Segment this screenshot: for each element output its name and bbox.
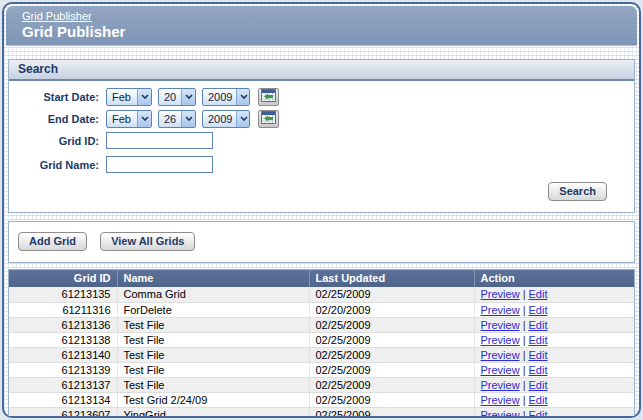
edit-link[interactable]: Edit [528, 349, 547, 361]
action-cell: Preview|Edit [474, 287, 634, 302]
preview-link[interactable]: Preview [481, 334, 520, 346]
edit-link[interactable]: Edit [528, 304, 547, 316]
grid-name-cell: Test Grid 2/24/09 [117, 392, 309, 407]
preview-link[interactable]: Preview [481, 349, 520, 361]
last-updated-cell: 02/25/2009 [309, 377, 474, 392]
end-date-row: End Date: Feb 26 2009 [9, 110, 634, 128]
search-form: Start Date: Feb 20 2009 [9, 81, 634, 212]
chevron-down-icon [236, 111, 250, 127]
page-title: Grid Publisher [22, 23, 621, 40]
start-date-calendar-button[interactable] [258, 88, 279, 106]
action-cell: Preview|Edit [474, 332, 634, 347]
link-separator: | [523, 379, 526, 391]
column-header-action: Action [474, 270, 634, 287]
search-button[interactable]: Search [548, 182, 607, 201]
grid-id-cell: 61213137 [9, 377, 117, 392]
link-separator: | [523, 304, 526, 316]
preview-link[interactable]: Preview [481, 409, 520, 419]
end-month-select[interactable]: Feb [106, 110, 152, 128]
preview-link[interactable]: Preview [481, 288, 520, 300]
chevron-down-icon [236, 89, 250, 105]
last-updated-cell: 02/25/2009 [309, 332, 474, 347]
column-header-name: Name [117, 270, 309, 287]
action-cell: Preview|Edit [474, 302, 634, 317]
grid-name-cell: Comma Grid [117, 287, 309, 302]
grid-name-label: Grid Name: [9, 159, 106, 171]
start-date-label: Start Date: [9, 91, 106, 103]
preview-link[interactable]: Preview [481, 379, 520, 391]
grid-name-cell: Test File [117, 317, 309, 332]
start-year-select[interactable]: 2009 [202, 88, 250, 106]
action-cell: Preview|Edit [474, 362, 634, 377]
edit-link[interactable]: Edit [528, 334, 547, 346]
column-header-grid-id: Grid ID [9, 270, 117, 287]
start-month-select[interactable]: Feb [106, 88, 152, 106]
edit-link[interactable]: Edit [528, 319, 547, 331]
chevron-down-icon [137, 111, 151, 127]
link-separator: | [523, 364, 526, 376]
link-separator: | [523, 319, 526, 331]
action-cell: Preview|Edit [474, 347, 634, 362]
edit-link[interactable]: Edit [528, 409, 547, 419]
action-cell: Preview|Edit [474, 377, 634, 392]
chevron-down-icon [181, 111, 195, 127]
table-row: 61213134 Test Grid 2/24/09 02/25/2009 Pr… [9, 392, 634, 407]
grid-id-cell: 61213136 [9, 317, 117, 332]
link-separator: | [523, 409, 526, 419]
table-row: 61211316 ForDelete 02/20/2009 Preview|Ed… [9, 302, 634, 317]
link-separator: | [523, 394, 526, 406]
end-day-select[interactable]: 26 [158, 110, 196, 128]
last-updated-cell: 02/25/2009 [309, 392, 474, 407]
grid-id-cell: 61213138 [9, 332, 117, 347]
grid-id-cell: 61213135 [9, 287, 117, 302]
edit-link[interactable]: Edit [528, 394, 547, 406]
view-all-grids-button[interactable]: View All Grids [100, 232, 195, 251]
last-updated-cell: 02/25/2009 [309, 347, 474, 362]
search-button-row: Search [9, 180, 634, 210]
link-separator: | [523, 288, 526, 300]
last-updated-cell: 02/25/2009 [309, 317, 474, 332]
calendar-icon [261, 89, 276, 105]
grid-name-input[interactable] [106, 156, 213, 173]
end-year-select[interactable]: 2009 [202, 110, 250, 128]
chevron-down-icon [181, 89, 195, 105]
grid-name-cell: Test File [117, 377, 309, 392]
preview-link[interactable]: Preview [481, 319, 520, 331]
column-header-last-updated: Last Updated [309, 270, 474, 287]
last-updated-cell: 02/25/2009 [309, 362, 474, 377]
table-row: 61213136 Test File 02/25/2009 Preview|Ed… [9, 317, 634, 332]
grid-id-cell: 61213607 [9, 407, 117, 418]
grid-id-cell: 61213139 [9, 362, 117, 377]
table-row: 61213607 YingGrid 02/25/2009 Preview|Edi… [9, 407, 634, 418]
preview-link[interactable]: Preview [481, 304, 520, 316]
preview-link[interactable]: Preview [481, 364, 520, 376]
divider [4, 46, 639, 59]
last-updated-cell: 02/25/2009 [309, 287, 474, 302]
preview-link[interactable]: Preview [481, 394, 520, 406]
grid-actions-panel: Add Grid View All Grids [8, 221, 635, 263]
table-row: 61213135 Comma Grid 02/25/2009 Preview|E… [9, 287, 634, 302]
edit-link[interactable]: Edit [528, 364, 547, 376]
breadcrumb[interactable]: Grid Publisher [22, 10, 92, 22]
end-date-label: End Date: [9, 113, 106, 125]
action-cell: Preview|Edit [474, 392, 634, 407]
grid-name-cell: Test File [117, 347, 309, 362]
grid-name-cell: Test File [117, 362, 309, 377]
grid-name-cell: Test File [117, 332, 309, 347]
table-row: 61213139 Test File 02/25/2009 Preview|Ed… [9, 362, 634, 377]
start-date-row: Start Date: Feb 20 2009 [9, 88, 634, 106]
table-row: 61213140 Test File 02/25/2009 Preview|Ed… [9, 347, 634, 362]
grid-id-input[interactable] [106, 132, 213, 149]
edit-link[interactable]: Edit [528, 379, 547, 391]
grids-table-panel: Grid ID Name Last Updated Action 6121313… [8, 269, 635, 418]
grid-id-cell: 61211316 [9, 302, 117, 317]
end-date-calendar-button[interactable] [258, 110, 279, 128]
add-grid-button[interactable]: Add Grid [18, 232, 87, 251]
action-cell: Preview|Edit [474, 407, 634, 418]
search-section-title: Search [9, 60, 634, 81]
grid-id-cell: 61213134 [9, 392, 117, 407]
table-header-row: Grid ID Name Last Updated Action [9, 270, 634, 287]
start-day-select[interactable]: 20 [158, 88, 196, 106]
edit-link[interactable]: Edit [528, 288, 547, 300]
grid-name-row: Grid Name: [9, 156, 634, 173]
